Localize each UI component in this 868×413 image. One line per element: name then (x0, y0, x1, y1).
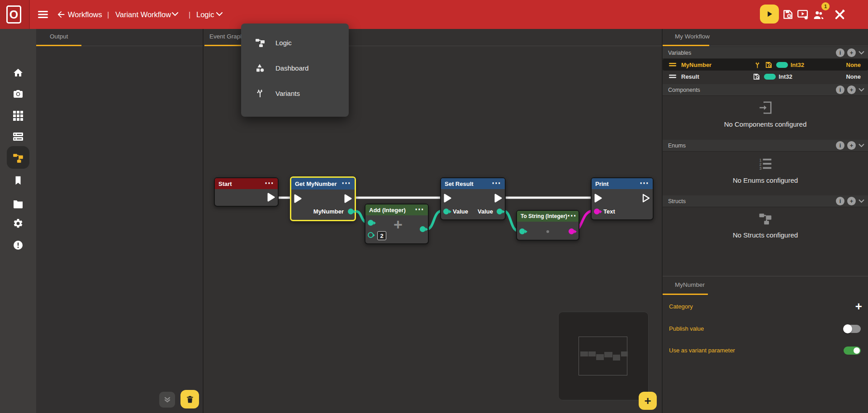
info-icon[interactable]: i (836, 48, 844, 57)
output-pin-teal[interactable] (348, 209, 354, 214)
more-options-icon[interactable] (640, 180, 649, 187)
output-pin-magenta[interactable] (569, 228, 574, 234)
drag-handle-icon[interactable] (669, 74, 676, 79)
output-pin-teal[interactable] (420, 226, 426, 232)
output-pin-teal[interactable] (497, 209, 503, 214)
chevron-down-icon[interactable] (216, 12, 223, 16)
variant-parameter-toggle[interactable] (844, 347, 861, 355)
sidebar-item-settings[interactable] (0, 214, 36, 233)
hamburger-menu-icon[interactable] (38, 10, 48, 19)
add-icon[interactable]: + (847, 197, 856, 205)
menu-item-dashboard[interactable]: Dashboard (241, 55, 349, 81)
notification-badge: 1 (821, 2, 830, 10)
drag-handle-icon[interactable] (669, 62, 676, 67)
node-header[interactable]: Get MyNumber (291, 178, 355, 190)
minimap[interactable] (558, 312, 649, 400)
chevron-down-icon[interactable] (859, 51, 864, 55)
exec-out-pin-hollow[interactable] (642, 194, 650, 203)
value-input[interactable]: 2 (377, 231, 386, 240)
node-add-integer[interactable]: Add (Integer) 2 + (365, 204, 429, 244)
run-workflow-button[interactable] (760, 5, 779, 24)
exec-in-pin[interactable] (594, 194, 602, 203)
back-arrow-icon[interactable] (56, 9, 66, 19)
info-icon[interactable]: i (836, 141, 844, 150)
detail-tab-mynumber[interactable]: MyNumber (675, 281, 705, 288)
section-title: Structs (668, 198, 686, 204)
chevron-down-icon[interactable] (859, 143, 864, 147)
node-header[interactable]: Set Result (441, 178, 505, 189)
node-set-result[interactable]: Set Result Value Value (440, 177, 506, 220)
node-title: Get MyNumber (295, 180, 337, 187)
sidebar-item-files[interactable] (0, 194, 36, 214)
node-header[interactable]: Add (Integer) (365, 204, 428, 215)
node-start[interactable]: Start (214, 177, 279, 207)
section-structs: Structs i + (663, 195, 868, 207)
add-node-button[interactable] (639, 392, 657, 410)
info-icon[interactable]: i (836, 197, 844, 205)
add-category-icon[interactable]: + (855, 299, 862, 313)
home-icon (13, 67, 24, 78)
sidebar-item-devices[interactable] (0, 127, 36, 147)
variable-row-mynumber[interactable]: MyNumber Int32 None (663, 59, 868, 71)
sidebar-item-media[interactable] (0, 84, 36, 104)
clear-output-button[interactable] (180, 390, 199, 408)
more-options-icon[interactable] (342, 180, 351, 187)
view-selector-logic[interactable]: Logic (196, 7, 214, 22)
node-print[interactable]: Print Text (591, 177, 654, 220)
exec-in-pin[interactable] (294, 194, 302, 203)
type-color-pill[interactable] (776, 62, 788, 68)
sidebar-item-home[interactable] (0, 63, 36, 83)
chevron-down-icon[interactable] (172, 12, 178, 16)
tab-output[interactable]: Output (50, 33, 68, 40)
add-icon[interactable]: + (847, 85, 856, 94)
save-version-icon[interactable] (782, 9, 794, 20)
sidebar-item-errors[interactable] (0, 235, 36, 255)
sidebar-item-bookmarks[interactable] (0, 171, 36, 190)
node-to-string[interactable]: To String (Integer) (516, 210, 579, 241)
node-get-mynumber[interactable]: Get MyNumber MyNumber (290, 176, 356, 221)
menu-item-logic[interactable]: Logic (241, 30, 349, 55)
add-icon[interactable]: + (847, 48, 856, 57)
input-pin-teal[interactable] (443, 209, 449, 214)
type-color-pill[interactable] (764, 74, 776, 80)
app-logo[interactable]: O (6, 5, 21, 24)
close-editor-icon[interactable] (834, 9, 846, 21)
input-pin-magenta[interactable] (594, 209, 600, 214)
add-icon[interactable]: + (847, 141, 856, 150)
info-icon[interactable]: i (836, 85, 844, 94)
node-header[interactable]: Print (592, 178, 653, 189)
structs-empty-state: No Structs configured (663, 211, 868, 239)
exec-out-pin[interactable] (494, 194, 502, 203)
more-options-icon[interactable] (265, 180, 274, 187)
users-icon[interactable] (812, 9, 825, 20)
variable-type: Int32 (778, 73, 792, 80)
tab-event-graph[interactable]: Event Graph (209, 33, 244, 40)
sidebar-item-workflows[interactable] (0, 148, 36, 168)
publish-value-toggle[interactable] (844, 325, 861, 333)
exec-out-pin[interactable] (344, 194, 352, 203)
variable-name: Result (681, 73, 699, 80)
input-pin-teal[interactable] (368, 220, 374, 226)
more-options-icon[interactable] (492, 180, 501, 187)
input-pin-teal[interactable] (519, 228, 525, 234)
node-header[interactable]: Start (215, 178, 278, 189)
breadcrumb-variant-workflow[interactable]: Variant Workflow (115, 7, 171, 22)
menu-item-variants[interactable]: Variants (241, 81, 349, 106)
preview-settings-icon[interactable] (797, 9, 809, 20)
node-header[interactable]: To String (Integer) (517, 211, 579, 222)
minimap-node (580, 351, 588, 356)
divider (29, 0, 30, 29)
empty-text: No Structs configured (663, 231, 868, 239)
more-options-icon[interactable] (567, 213, 577, 219)
breadcrumb-workflows[interactable]: Workflows (68, 7, 102, 22)
collapse-output-button[interactable] (159, 392, 175, 408)
input-pin-teal-hollow[interactable] (368, 232, 374, 238)
tab-my-workflow[interactable]: My Workflow (675, 33, 710, 40)
more-options-icon[interactable] (415, 207, 424, 213)
sidebar-item-apps[interactable] (0, 106, 36, 126)
chevron-down-icon[interactable] (859, 88, 864, 92)
variable-row-result[interactable]: Result Int32 None (663, 71, 868, 82)
exec-out-pin[interactable] (267, 193, 275, 202)
exec-in-pin[interactable] (444, 194, 451, 203)
chevron-down-icon[interactable] (859, 199, 864, 203)
